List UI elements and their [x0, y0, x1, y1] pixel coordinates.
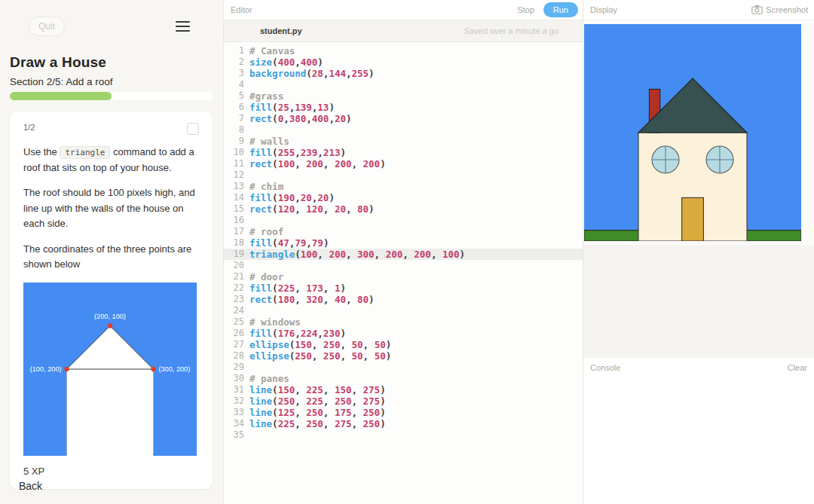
code-line[interactable]: 27ellipse(150, 250, 50, 50)	[224, 339, 583, 350]
code-line[interactable]: 33line(125, 250, 175, 250)	[224, 407, 583, 418]
code-line[interactable]: 31line(150, 225, 150, 275)	[224, 384, 583, 396]
instruction-paragraph-1: Use the triangle command to add a roof t…	[23, 145, 199, 176]
inline-code-triangle: triangle	[60, 146, 110, 159]
menu-icon[interactable]	[176, 21, 190, 32]
code-line[interactable]: 12	[224, 170, 583, 181]
screenshot-label: Screenshot	[766, 5, 808, 14]
line-number: 10	[224, 147, 249, 158]
line-number: 22	[224, 283, 249, 294]
code-line[interactable]: 22fill(225, 173, 1)	[224, 283, 583, 294]
editor-tabbar: student.py Saved over a minute a go	[224, 20, 583, 42]
code-line[interactable]: 10fill(255,239,213)	[224, 147, 583, 158]
screenshot-button[interactable]: Screenshot	[751, 5, 808, 14]
display-empty-area	[583, 245, 814, 358]
line-number: 9	[224, 136, 249, 147]
canvas-door	[682, 197, 704, 241]
task-checkbox[interactable]	[187, 123, 199, 135]
diagram-apex-point	[108, 323, 112, 328]
lesson-title: Draw a House	[10, 54, 213, 71]
line-number: 19	[224, 249, 249, 260]
app-window: Quit Draw a House Section 2/5: Add a roo…	[0, 0, 814, 504]
code-lines: 1# Canvas2size(400,400)3background(28,14…	[224, 45, 583, 441]
line-number: 15	[224, 203, 249, 215]
stop-button[interactable]: Stop	[517, 5, 534, 14]
line-number: 25	[224, 316, 249, 328]
output-canvas	[584, 24, 801, 241]
editor-panel: Editor Stop Run student.py Saved over a …	[223, 0, 583, 504]
saved-status: Saved over a minute a go	[464, 26, 583, 35]
code-line[interactable]: 2size(400,400)	[224, 57, 583, 68]
line-number: 16	[224, 215, 249, 226]
code-line[interactable]: 6fill(25,139,13)	[224, 102, 583, 113]
code-line[interactable]: 8	[224, 124, 583, 136]
step-counter: 1/2	[23, 123, 35, 132]
xp-badge: 5 XP	[23, 466, 199, 477]
console-header: Console Clear	[583, 358, 814, 377]
code-line[interactable]: 14fill(190,20,20)	[224, 192, 583, 203]
line-number: 29	[224, 362, 249, 373]
line-number: 23	[224, 294, 249, 305]
code-line[interactable]: 13# chim	[224, 181, 583, 192]
code-line[interactable]: 9# walls	[224, 136, 583, 147]
code-line[interactable]: 32line(250, 225, 250, 275)	[224, 396, 583, 407]
quit-button[interactable]: Quit	[29, 17, 65, 36]
code-line[interactable]: 11rect(100, 200, 200, 200)	[224, 158, 583, 170]
instruction-paragraph-3: The coordinates of the three points are …	[23, 242, 199, 273]
console-output	[583, 377, 814, 504]
code-line[interactable]: 28ellipse(250, 250, 50, 50)	[224, 350, 583, 362]
diagram-label-left: (100, 200)	[30, 365, 62, 373]
code-line[interactable]: 4	[224, 79, 583, 90]
line-number: 17	[224, 226, 249, 237]
code-line[interactable]: 16	[224, 215, 583, 226]
code-line[interactable]: 26fill(176,224,230)	[224, 328, 583, 339]
console-clear-button[interactable]: Clear	[788, 363, 814, 372]
display-topbar: Display Screenshot	[583, 0, 814, 20]
code-line[interactable]: 15rect(120, 120, 20, 80)	[224, 203, 583, 215]
editor-topbar: Editor Stop Run	[224, 0, 583, 20]
run-button[interactable]: Run	[543, 2, 578, 17]
line-number: 8	[224, 124, 249, 136]
sidebar-header: Quit	[0, 0, 223, 36]
line-number: 20	[224, 260, 249, 271]
instruction-paragraph-2: The roof should be 100 pixels high, and …	[23, 185, 199, 232]
code-line[interactable]: 21# door	[224, 271, 583, 283]
diagram-right-point	[151, 367, 155, 371]
line-number: 21	[224, 271, 249, 283]
code-line[interactable]: 17# roof	[224, 226, 583, 237]
code-line[interactable]: 3background(28,144,255)	[224, 68, 583, 79]
line-number: 12	[224, 170, 249, 181]
line-number: 13	[224, 181, 249, 192]
display-panel-label: Display	[583, 5, 617, 14]
code-line[interactable]: 19triangle(100, 200, 300, 200, 200, 100)	[224, 249, 583, 260]
tab-student-py[interactable]: student.py	[224, 26, 302, 35]
code-line[interactable]: 20	[224, 260, 583, 271]
code-line[interactable]: 24	[224, 305, 583, 316]
line-number: 6	[224, 102, 249, 113]
line-number: 34	[224, 418, 249, 429]
code-line[interactable]: 35	[224, 429, 583, 441]
code-line[interactable]: 34line(225, 250, 275, 250)	[224, 418, 583, 429]
code-line[interactable]: 25# windows	[224, 316, 583, 328]
line-number: 28	[224, 350, 249, 362]
line-number: 4	[224, 79, 249, 90]
line-number: 18	[224, 237, 249, 249]
line-number: 1	[224, 45, 249, 57]
code-line[interactable]: 1# Canvas	[224, 45, 583, 57]
code-line[interactable]: 7rect(0,380,400,20)	[224, 113, 583, 124]
roof-diagram: (200, 100) (100, 200) (300, 200)	[23, 283, 199, 456]
section-subtitle: Section 2/5: Add a roof	[10, 76, 213, 87]
camera-icon	[751, 5, 763, 14]
lesson-sidebar: Quit Draw a House Section 2/5: Add a roo…	[0, 0, 223, 504]
code-line[interactable]: 29	[224, 362, 583, 373]
instruction-card: 1/2 Use the triangle command to add a ro…	[10, 111, 213, 489]
line-number: 30	[224, 373, 249, 384]
code-line[interactable]: 30# panes	[224, 373, 583, 384]
code-editor[interactable]: 1# Canvas2size(400,400)3background(28,14…	[224, 42, 583, 504]
code-line[interactable]: 23rect(180, 320, 40, 80)	[224, 294, 583, 305]
line-number: 26	[224, 328, 249, 339]
code-line[interactable]: 18fill(47,79,79)	[224, 237, 583, 249]
back-button[interactable]: Back	[19, 480, 42, 492]
code-line[interactable]: 5#grass	[224, 90, 583, 102]
line-number: 7	[224, 113, 249, 124]
line-number: 11	[224, 158, 249, 170]
